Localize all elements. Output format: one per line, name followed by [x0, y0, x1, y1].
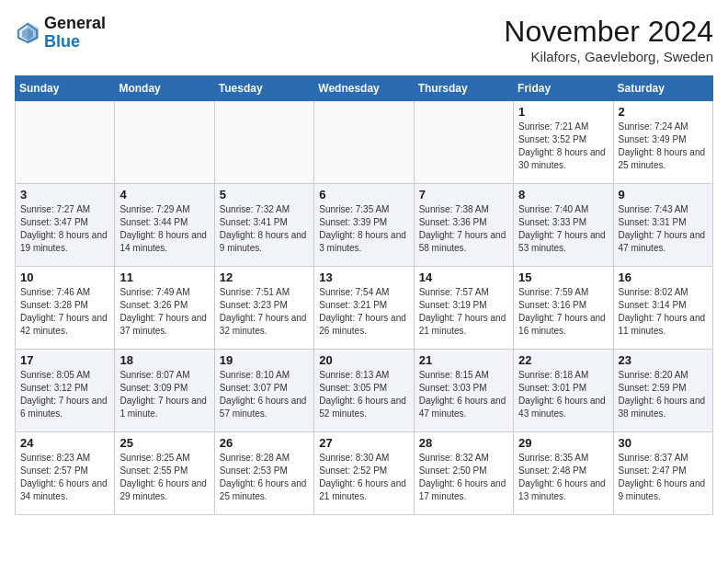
day-info: Sunrise: 7:29 AM Sunset: 3:44 PM Dayligh…	[119, 203, 209, 255]
calendar-cell: 2Sunrise: 7:24 AM Sunset: 3:49 PM Daylig…	[613, 101, 712, 184]
day-info: Sunrise: 8:15 AM Sunset: 3:03 PM Dayligh…	[419, 369, 508, 420]
calendar-cell: 22Sunrise: 8:18 AM Sunset: 3:01 PM Dayli…	[514, 350, 613, 432]
day-info: Sunrise: 8:20 AM Sunset: 2:59 PM Dayligh…	[619, 369, 708, 420]
day-number: 23	[619, 353, 708, 367]
calendar-header-row: SundayMondayTuesdayWednesdayThursdayFrid…	[16, 76, 713, 101]
day-info: Sunrise: 7:32 AM Sunset: 3:41 PM Dayligh…	[220, 203, 309, 255]
calendar-cell: 28Sunrise: 8:32 AM Sunset: 2:50 PM Dayli…	[414, 432, 513, 515]
day-info: Sunrise: 7:59 AM Sunset: 3:16 PM Dayligh…	[518, 286, 608, 338]
day-number: 26	[220, 436, 309, 450]
month-title: November 2024	[504, 15, 713, 49]
day-info: Sunrise: 8:10 AM Sunset: 3:07 PM Dayligh…	[220, 369, 309, 420]
logo-text: General Blue	[44, 15, 106, 52]
calendar-cell: 6Sunrise: 7:35 AM Sunset: 3:39 PM Daylig…	[314, 184, 414, 267]
day-info: Sunrise: 8:35 AM Sunset: 2:48 PM Dayligh…	[518, 452, 608, 503]
location-subtitle: Kilafors, Gaevleborg, Sweden	[504, 49, 713, 64]
day-info: Sunrise: 7:35 AM Sunset: 3:39 PM Dayligh…	[319, 203, 408, 255]
day-number: 6	[319, 188, 408, 201]
calendar-cell: 17Sunrise: 8:05 AM Sunset: 3:12 PM Dayli…	[16, 350, 115, 432]
day-number: 11	[119, 270, 209, 284]
calendar-cell: 16Sunrise: 8:02 AM Sunset: 3:14 PM Dayli…	[613, 267, 712, 350]
day-number: 5	[220, 188, 309, 201]
day-number: 8	[518, 188, 608, 201]
day-info: Sunrise: 7:40 AM Sunset: 3:33 PM Dayligh…	[518, 203, 608, 255]
calendar-cell	[214, 101, 313, 184]
calendar-cell: 30Sunrise: 8:37 AM Sunset: 2:47 PM Dayli…	[613, 432, 712, 515]
calendar-cell: 21Sunrise: 8:15 AM Sunset: 3:03 PM Dayli…	[414, 350, 513, 432]
day-info: Sunrise: 7:38 AM Sunset: 3:36 PM Dayligh…	[419, 203, 508, 255]
calendar-cell: 29Sunrise: 8:35 AM Sunset: 2:48 PM Dayli…	[514, 432, 613, 515]
column-header-tuesday: Tuesday	[214, 76, 313, 101]
day-number: 25	[119, 436, 209, 450]
calendar-cell	[314, 101, 414, 184]
calendar-cell	[16, 101, 115, 184]
day-info: Sunrise: 7:54 AM Sunset: 3:21 PM Dayligh…	[319, 286, 408, 338]
day-number: 27	[319, 436, 408, 450]
calendar-cell: 20Sunrise: 8:13 AM Sunset: 3:05 PM Dayli…	[314, 350, 414, 432]
day-number: 1	[518, 105, 608, 119]
calendar-week-row: 10Sunrise: 7:46 AM Sunset: 3:28 PM Dayli…	[16, 267, 713, 350]
day-info: Sunrise: 8:37 AM Sunset: 2:47 PM Dayligh…	[619, 452, 708, 503]
calendar-cell: 4Sunrise: 7:29 AM Sunset: 3:44 PM Daylig…	[115, 184, 214, 267]
calendar-cell: 3Sunrise: 7:27 AM Sunset: 3:47 PM Daylig…	[16, 184, 115, 267]
day-info: Sunrise: 8:28 AM Sunset: 2:53 PM Dayligh…	[220, 452, 309, 503]
calendar-cell: 10Sunrise: 7:46 AM Sunset: 3:28 PM Dayli…	[16, 267, 115, 350]
day-number: 18	[119, 353, 209, 367]
calendar-cell	[115, 101, 214, 184]
day-number: 17	[20, 353, 109, 367]
calendar-cell: 5Sunrise: 7:32 AM Sunset: 3:41 PM Daylig…	[214, 184, 313, 267]
column-header-saturday: Saturday	[613, 76, 712, 101]
column-header-wednesday: Wednesday	[314, 76, 414, 101]
calendar-table: SundayMondayTuesdayWednesdayThursdayFrid…	[15, 75, 713, 515]
calendar-cell: 1Sunrise: 7:21 AM Sunset: 3:52 PM Daylig…	[514, 101, 613, 184]
calendar-cell: 13Sunrise: 7:54 AM Sunset: 3:21 PM Dayli…	[314, 267, 414, 350]
day-info: Sunrise: 8:02 AM Sunset: 3:14 PM Dayligh…	[619, 286, 708, 338]
day-info: Sunrise: 8:25 AM Sunset: 2:55 PM Dayligh…	[119, 452, 209, 503]
calendar-cell: 18Sunrise: 8:07 AM Sunset: 3:09 PM Dayli…	[115, 350, 214, 432]
calendar-week-row: 24Sunrise: 8:23 AM Sunset: 2:57 PM Dayli…	[16, 432, 713, 515]
day-number: 20	[319, 353, 408, 367]
day-info: Sunrise: 7:24 AM Sunset: 3:49 PM Dayligh…	[619, 121, 708, 172]
day-info: Sunrise: 7:51 AM Sunset: 3:23 PM Dayligh…	[220, 286, 309, 338]
column-header-sunday: Sunday	[16, 76, 115, 101]
day-info: Sunrise: 8:05 AM Sunset: 3:12 PM Dayligh…	[20, 369, 109, 420]
day-info: Sunrise: 8:18 AM Sunset: 3:01 PM Dayligh…	[518, 369, 608, 420]
day-number: 12	[220, 270, 309, 284]
calendar-cell: 15Sunrise: 7:59 AM Sunset: 3:16 PM Dayli…	[514, 267, 613, 350]
calendar-cell: 26Sunrise: 8:28 AM Sunset: 2:53 PM Dayli…	[214, 432, 313, 515]
title-area: November 2024 Kilafors, Gaevleborg, Swed…	[504, 15, 713, 64]
calendar-cell: 8Sunrise: 7:40 AM Sunset: 3:33 PM Daylig…	[514, 184, 613, 267]
day-number: 22	[518, 353, 608, 367]
calendar-cell: 23Sunrise: 8:20 AM Sunset: 2:59 PM Dayli…	[613, 350, 712, 432]
day-number: 30	[619, 436, 708, 450]
day-info: Sunrise: 7:21 AM Sunset: 3:52 PM Dayligh…	[518, 121, 608, 172]
day-number: 14	[419, 270, 508, 284]
day-info: Sunrise: 8:13 AM Sunset: 3:05 PM Dayligh…	[319, 369, 408, 420]
calendar-week-row: 17Sunrise: 8:05 AM Sunset: 3:12 PM Dayli…	[16, 350, 713, 432]
day-info: Sunrise: 8:32 AM Sunset: 2:50 PM Dayligh…	[419, 452, 508, 503]
calendar-cell: 24Sunrise: 8:23 AM Sunset: 2:57 PM Dayli…	[16, 432, 115, 515]
day-number: 2	[619, 105, 708, 119]
logo-icon	[15, 20, 40, 46]
column-header-friday: Friday	[514, 76, 613, 101]
day-number: 9	[619, 188, 708, 201]
day-number: 15	[518, 270, 608, 284]
calendar-cell: 12Sunrise: 7:51 AM Sunset: 3:23 PM Dayli…	[214, 267, 313, 350]
calendar-cell: 7Sunrise: 7:38 AM Sunset: 3:36 PM Daylig…	[414, 184, 513, 267]
column-header-monday: Monday	[115, 76, 214, 101]
header: General Blue November 2024 Kilafors, Gae…	[15, 15, 713, 64]
calendar-cell: 11Sunrise: 7:49 AM Sunset: 3:26 PM Dayli…	[115, 267, 214, 350]
day-number: 3	[20, 188, 109, 201]
day-info: Sunrise: 7:43 AM Sunset: 3:31 PM Dayligh…	[619, 203, 708, 255]
day-info: Sunrise: 7:27 AM Sunset: 3:47 PM Dayligh…	[20, 203, 109, 255]
day-info: Sunrise: 7:46 AM Sunset: 3:28 PM Dayligh…	[20, 286, 109, 338]
day-number: 4	[119, 188, 209, 201]
calendar-week-row: 3Sunrise: 7:27 AM Sunset: 3:47 PM Daylig…	[16, 184, 713, 267]
day-info: Sunrise: 8:07 AM Sunset: 3:09 PM Dayligh…	[119, 369, 209, 420]
calendar-week-row: 1Sunrise: 7:21 AM Sunset: 3:52 PM Daylig…	[16, 101, 713, 184]
calendar-cell: 14Sunrise: 7:57 AM Sunset: 3:19 PM Dayli…	[414, 267, 513, 350]
calendar-cell: 25Sunrise: 8:25 AM Sunset: 2:55 PM Dayli…	[115, 432, 214, 515]
day-number: 28	[419, 436, 508, 450]
day-info: Sunrise: 8:23 AM Sunset: 2:57 PM Dayligh…	[20, 452, 109, 503]
day-info: Sunrise: 7:57 AM Sunset: 3:19 PM Dayligh…	[419, 286, 508, 338]
